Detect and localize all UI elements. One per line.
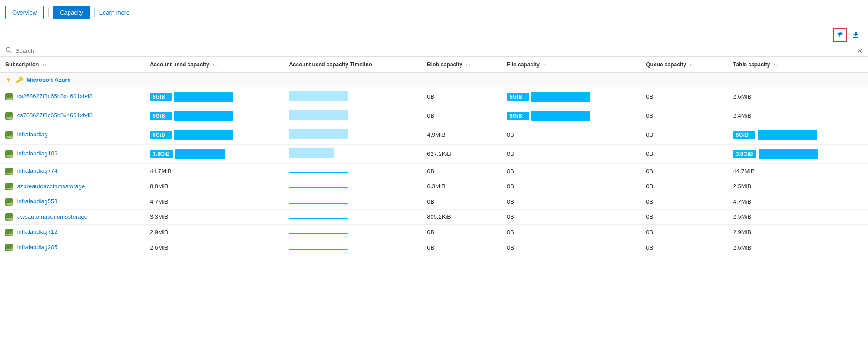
cell-subscription: infralabdiag774 bbox=[0, 164, 144, 179]
cell-table-capacity: 2.4MiB bbox=[728, 106, 868, 125]
sort-arrows-subscription[interactable]: ↑↓ bbox=[42, 62, 47, 67]
cell-subscription: infralabdiag712 bbox=[0, 225, 144, 240]
cell-table-capacity: 2.5MiB bbox=[728, 179, 868, 194]
cell-subscription: azureautoacctomsstorage bbox=[0, 179, 144, 194]
subscription-link[interactable]: infralabdiag205 bbox=[17, 244, 58, 251]
cell-queue-capacity: 0B bbox=[640, 106, 728, 125]
col-account-used-capacity-timeline: Account used capacity Timeline bbox=[283, 57, 422, 73]
storage-icon bbox=[5, 183, 13, 190]
subscription-link[interactable]: cs768627f8c65b8x4601xb48 bbox=[17, 112, 93, 119]
cell-file-capacity: 5GiB bbox=[501, 106, 640, 125]
storage-icon bbox=[5, 150, 13, 158]
table-header-row: Subscription ↑↓ Account used capacity ↑↓… bbox=[0, 57, 868, 73]
subscription-link[interactable]: infralabdiag774 bbox=[17, 167, 58, 174]
cell-account-used-capacity: 4.7MiB bbox=[144, 194, 283, 210]
sort-arrows-blob[interactable]: ↑↓ bbox=[466, 62, 471, 67]
subscription-link[interactable]: cs268627f8c65b8x4601xb48 bbox=[17, 93, 93, 100]
cell-file-capacity: 0B bbox=[501, 145, 640, 164]
cell-queue-capacity: 0B bbox=[640, 209, 728, 225]
cell-timeline bbox=[283, 164, 422, 179]
sort-arrows-queue[interactable]: ↑↓ bbox=[689, 62, 694, 67]
cell-blob-capacity: 0B bbox=[422, 164, 501, 179]
cell-timeline bbox=[283, 179, 422, 194]
cell-table-capacity: 4.7MiB bbox=[728, 194, 868, 210]
group-name[interactable]: Microsoft Azure bbox=[26, 76, 71, 83]
cell-table-capacity: 2.5MiB bbox=[728, 209, 868, 225]
pin-icon[interactable] bbox=[833, 28, 847, 42]
cell-table-capacity: 2.6MiB bbox=[728, 240, 868, 255]
cell-queue-capacity: 0B bbox=[640, 225, 728, 240]
cell-account-used-capacity: 44.7MiB bbox=[144, 164, 283, 179]
cell-subscription: awsautomationomsstorage bbox=[0, 209, 144, 225]
group-row-microsoft-azure: ▼ 🔑 Microsoft Azure bbox=[0, 73, 868, 87]
sort-arrows-auc[interactable]: ↑↓ bbox=[213, 62, 217, 67]
subscription-link[interactable]: infralabdiag bbox=[17, 131, 48, 138]
cell-account-used-capacity: 5GiB bbox=[144, 106, 283, 125]
cell-table-capacity: 2.6MiB bbox=[728, 87, 868, 106]
capacity-button[interactable]: Capacity bbox=[53, 6, 90, 19]
cell-queue-capacity: 0B bbox=[640, 87, 728, 106]
subscription-link[interactable]: infralabdiag553 bbox=[17, 198, 58, 205]
sort-arrows-table[interactable]: ↑↓ bbox=[774, 62, 778, 67]
col-subscription: Subscription ↑↓ bbox=[0, 57, 144, 73]
col-queue-capacity: Queue capacity ↑↓ bbox=[640, 57, 728, 73]
cell-account-used-capacity: 2.6MiB bbox=[144, 240, 283, 255]
cell-timeline bbox=[283, 194, 422, 210]
cell-timeline bbox=[283, 87, 422, 106]
subscription-link[interactable]: awsautomationomsstorage bbox=[17, 213, 88, 220]
cell-queue-capacity: 0B bbox=[640, 194, 728, 210]
storage-icon bbox=[5, 213, 13, 221]
download-icon[interactable] bbox=[849, 28, 863, 42]
cell-blob-capacity: 0B bbox=[422, 225, 501, 240]
overview-button[interactable]: Overview bbox=[5, 6, 44, 19]
table-row: cs768627f8c65b8x4601xb48 5GiB 0B 5GiB 0B… bbox=[0, 106, 868, 125]
col-table-capacity: Table capacity ↑↓ bbox=[728, 57, 868, 73]
cell-account-used-capacity: 5GiB bbox=[144, 87, 283, 106]
table-row: awsautomationomsstorage 3.3MiB 805.2KiB … bbox=[0, 209, 868, 225]
cell-blob-capacity: 0B bbox=[422, 194, 501, 210]
table-row: infralabdiag 5GiB 4.9MiB 0B 0B 5GiB bbox=[0, 125, 868, 145]
group-expand-arrow[interactable]: ▼ bbox=[5, 76, 11, 83]
storage-icon bbox=[5, 93, 13, 100]
learn-more-link[interactable]: Learn more bbox=[99, 9, 129, 16]
storage-icon bbox=[5, 244, 13, 251]
table-row: azureautoacctomsstorage 8.8MiB 6.3MiB 0B… bbox=[0, 179, 868, 194]
toolbar bbox=[0, 25, 868, 45]
cell-subscription: cs768627f8c65b8x4601xb48 bbox=[0, 106, 144, 125]
cell-queue-capacity: 0B bbox=[640, 125, 728, 145]
cell-account-used-capacity: 3.8GiB bbox=[144, 145, 283, 164]
cell-file-capacity: 0B bbox=[501, 164, 640, 179]
cell-blob-capacity: 0B bbox=[422, 87, 501, 106]
search-input[interactable] bbox=[15, 47, 857, 54]
nav-divider-2 bbox=[94, 8, 95, 17]
storage-icon bbox=[5, 168, 13, 175]
capacity-table: Subscription ↑↓ Account used capacity ↑↓… bbox=[0, 57, 868, 255]
table-row: infralabdiag205 2.6MiB 0B 0B 0B 2.6MiB bbox=[0, 240, 868, 255]
storage-icon bbox=[5, 198, 13, 206]
group-key-icon: 🔑 bbox=[16, 76, 23, 83]
capacity-table-container: Subscription ↑↓ Account used capacity ↑↓… bbox=[0, 57, 868, 255]
cell-queue-capacity: 0B bbox=[640, 164, 728, 179]
subscription-link[interactable]: azureautoacctomsstorage bbox=[17, 183, 85, 190]
cell-table-capacity: 44.7MiB bbox=[728, 164, 868, 179]
search-clear-icon[interactable]: ✕ bbox=[857, 47, 863, 55]
nav-divider-1 bbox=[48, 8, 49, 17]
cell-file-capacity: 0B bbox=[501, 240, 640, 255]
cell-subscription: infralabdiag553 bbox=[0, 194, 144, 210]
cell-blob-capacity: 0B bbox=[422, 106, 501, 125]
top-navigation: Overview Capacity Learn more bbox=[0, 0, 868, 25]
table-row: cs268627f8c65b8x4601xb48 5GiB 0B 5GiB 0B… bbox=[0, 87, 868, 106]
subscription-link[interactable]: infralabdiag712 bbox=[17, 228, 58, 235]
table-row: infralabdiag553 4.7MiB 0B 0B 0B 4.7MiB bbox=[0, 194, 868, 210]
cell-timeline bbox=[283, 209, 422, 225]
subscription-link[interactable]: infralabdiag106 bbox=[17, 150, 58, 157]
cell-blob-capacity: 4.9MiB bbox=[422, 125, 501, 145]
table-row: infralabdiag712 2.9MiB 0B 0B 0B 2.9MiB bbox=[0, 225, 868, 240]
cell-queue-capacity: 0B bbox=[640, 145, 728, 164]
search-icon bbox=[5, 47, 12, 55]
storage-icon bbox=[5, 229, 13, 236]
cell-file-capacity: 0B bbox=[501, 179, 640, 194]
storage-icon bbox=[5, 112, 13, 120]
sort-arrows-file[interactable]: ↑↓ bbox=[543, 62, 547, 67]
cell-blob-capacity: 6.3MiB bbox=[422, 179, 501, 194]
